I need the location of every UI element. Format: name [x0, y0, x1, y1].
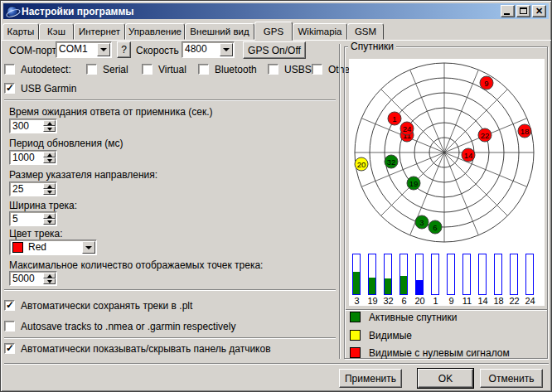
signal-bar-label: 22: [506, 296, 522, 306]
speed-value: 4800: [185, 43, 207, 55]
virtual-label: Virtual: [158, 64, 186, 75]
separator: [346, 309, 547, 311]
tab-wikimapia[interactable]: Wikimapia: [293, 23, 347, 40]
maximize-icon: [520, 7, 527, 14]
max-track-points-field[interactable]: 5000: [9, 271, 57, 286]
usbser-checkbox[interactable]: [268, 64, 278, 75]
settings-window: Настройки программы ✕ Карты Кэш Интернет…: [0, 0, 552, 392]
track-width-field[interactable]: 5: [9, 211, 57, 226]
tab-cache[interactable]: Кэш: [39, 23, 74, 40]
spin-up-button[interactable]: [43, 273, 56, 278]
update-period-label: Период обновления (мс): [9, 138, 123, 149]
signal-bar-label: 18: [491, 296, 506, 306]
spin-down-button[interactable]: [43, 278, 56, 284]
autosave-nmea-checkbox[interactable]: [4, 321, 15, 332]
max-track-points-value: 5000: [12, 273, 35, 284]
skyplot: 11124922181420321936: [349, 59, 545, 246]
legend-swatch-zero-signal: [350, 347, 361, 358]
signal-bar: [494, 254, 502, 295]
legend-label-zero-signal: Видимые с нулевым сигналом: [369, 347, 510, 359]
tab-appearance[interactable]: Внешний вид: [185, 23, 254, 40]
close-icon: ✕: [533, 6, 545, 17]
spin-up-button[interactable]: [43, 152, 56, 157]
svg-text:32: 32: [387, 157, 396, 167]
speed-label: Скорость: [136, 45, 179, 56]
satellites-groupbox: Спутники 11124922181420321936 3193262019…: [344, 46, 548, 359]
speed-dropdown-button[interactable]: [220, 43, 233, 56]
tab-maps[interactable]: Карты: [2, 23, 39, 40]
usb-garmin-label: USB Garmin: [21, 83, 76, 94]
close-button[interactable]: ✕: [532, 5, 546, 17]
chevron-down-icon: [100, 48, 107, 51]
spin-up-button[interactable]: [43, 213, 56, 219]
track-width-label: Ширина трека:: [9, 200, 77, 211]
minimize-button[interactable]: [501, 5, 515, 17]
autodetect-label: Autodetect:: [21, 64, 71, 75]
arrow-up-icon: [47, 215, 52, 218]
max-track-points-stepper[interactable]: [43, 273, 56, 284]
arrow-up-icon: [47, 122, 52, 125]
signal-bar-label: 32: [380, 296, 396, 306]
ok-button[interactable]: OK: [418, 369, 473, 388]
cancel-button[interactable]: Отменить: [480, 369, 543, 388]
com-port-select[interactable]: COM1: [56, 41, 112, 58]
usb-garmin-checkbox[interactable]: [4, 83, 15, 94]
svg-text:22: 22: [481, 131, 490, 140]
track-color-label: Цвет трека:: [9, 228, 63, 240]
svg-text:20: 20: [357, 160, 366, 169]
spin-down-button[interactable]: [43, 219, 56, 225]
satellites-group-title: Спутники: [348, 41, 396, 52]
signal-bar-fill: [416, 280, 423, 294]
track-color-select[interactable]: Red: [9, 240, 97, 255]
signal-bar-fill: [369, 278, 375, 294]
bluetooth-label: Bluetooth: [215, 64, 257, 75]
tab-gsm[interactable]: GSM: [347, 23, 384, 40]
max-track-points-label: Максимальное количество отображаемых точ…: [9, 259, 263, 271]
maximize-button[interactable]: [516, 5, 530, 17]
serial-checkbox[interactable]: [86, 64, 97, 75]
speed-select[interactable]: 4800: [182, 41, 235, 58]
com-port-label: COM-порт: [9, 45, 56, 56]
arrow-down-icon: [47, 128, 52, 131]
legend-swatch-visible: [350, 330, 361, 341]
spin-down-button[interactable]: [43, 157, 56, 163]
update-period-stepper[interactable]: [43, 152, 56, 163]
signal-bar: [415, 254, 424, 295]
arrow-down-icon: [47, 159, 52, 162]
arrow-down-icon: [47, 280, 52, 283]
bluetooth-checkbox[interactable]: [198, 64, 209, 75]
pointer-size-stepper[interactable]: [43, 183, 56, 195]
timeout-label: Время ожидания ответа от приемника (сек.…: [9, 106, 212, 118]
spin-down-button[interactable]: [43, 126, 56, 132]
tab-control[interactable]: Управление: [125, 23, 185, 40]
timeout-value: 300: [12, 120, 29, 132]
timeout-stepper[interactable]: [43, 120, 56, 132]
autosave-plt-checkbox[interactable]: [4, 300, 15, 311]
com-port-dropdown-button[interactable]: [97, 43, 110, 56]
virtual-checkbox[interactable]: [142, 64, 153, 75]
update-period-field[interactable]: 1000: [9, 150, 57, 165]
pointer-size-field[interactable]: 25: [9, 181, 57, 196]
apply-button[interactable]: Применить: [339, 369, 402, 388]
svg-text:18: 18: [521, 127, 530, 136]
window-title: Настройки программы: [22, 6, 501, 17]
tab-gps[interactable]: GPS: [254, 22, 293, 41]
others-checkbox[interactable]: [312, 64, 322, 75]
pointer-size-label: Размер указателя направления:: [9, 169, 157, 181]
timeout-field[interactable]: 300: [9, 119, 57, 133]
signal-bar: [525, 254, 534, 295]
autodetect-checkbox[interactable]: [4, 64, 15, 75]
spin-down-button[interactable]: [43, 189, 56, 195]
com-port-help-button[interactable]: ?: [117, 41, 131, 58]
track-width-stepper[interactable]: [43, 213, 56, 225]
spin-up-button[interactable]: [43, 183, 56, 189]
gps-on-off-button[interactable]: GPS On/Off: [243, 41, 306, 59]
spin-up-button[interactable]: [43, 120, 56, 126]
tab-internet[interactable]: Интернет: [74, 23, 125, 40]
sensors-panel-checkbox[interactable]: [4, 343, 15, 354]
svg-text:24: 24: [403, 124, 412, 133]
track-color-dropdown-button[interactable]: [82, 241, 95, 254]
track-color-value: Red: [28, 241, 46, 253]
vertical-separator: [339, 44, 341, 359]
minimize-icon: [504, 13, 510, 15]
